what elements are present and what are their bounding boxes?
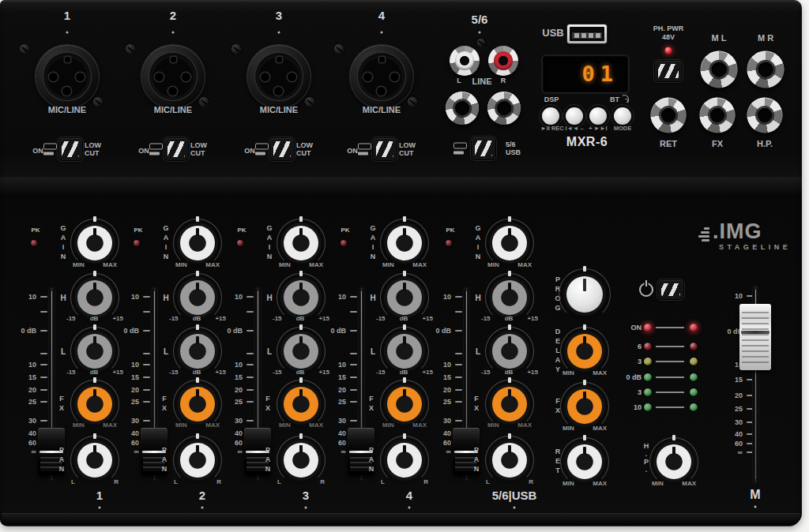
gain-knob[interactable] xyxy=(277,219,325,268)
pan-label: PAN xyxy=(264,446,272,474)
power-button[interactable] xyxy=(658,280,683,299)
high-eq-range: -15dB+15 xyxy=(66,315,123,322)
low-eq-range: -15dB+15 xyxy=(169,369,226,376)
pan-knob[interactable] xyxy=(277,436,325,485)
pan-lr: LR xyxy=(174,478,221,485)
channel-number-dot xyxy=(381,32,383,34)
high-eq-label: H xyxy=(266,294,272,302)
high-eq-label: H xyxy=(163,294,168,302)
fx-return-knob[interactable] xyxy=(560,437,609,486)
screw xyxy=(126,44,136,54)
source-switch-icon xyxy=(453,143,468,155)
low-cut-button[interactable] xyxy=(373,138,397,160)
screw xyxy=(231,44,242,54)
prev-track-button[interactable] xyxy=(566,107,583,125)
low-eq-label: L xyxy=(371,347,375,356)
next-track-button[interactable] xyxy=(589,107,607,125)
gain-knob[interactable] xyxy=(173,219,222,268)
source-select-button[interactable] xyxy=(472,137,495,159)
strip-number-dot xyxy=(408,507,411,509)
pan-knob[interactable] xyxy=(173,436,222,485)
mode-button-label: MODE xyxy=(614,126,632,132)
low-cut-button[interactable] xyxy=(164,138,188,160)
level-meter: ON630 dB310 xyxy=(616,320,709,416)
pan-label: PAN xyxy=(472,446,480,474)
fx-minmax: MINMAX xyxy=(279,421,323,429)
meter-led xyxy=(644,324,652,332)
gain-knob[interactable] xyxy=(70,219,119,268)
low-cut-button[interactable] xyxy=(270,138,294,160)
pan-lr: LR xyxy=(71,478,119,485)
mic-input-channel: 2 MIC/LINE ON LOW CUT xyxy=(118,6,228,174)
master-fader-cap[interactable] xyxy=(739,304,771,370)
delay-minmax: MINMAX xyxy=(563,369,607,377)
meter-row-label: 3 xyxy=(616,358,642,365)
fx-minmax: MINMAX xyxy=(73,421,117,429)
meter-led-link-line xyxy=(656,406,684,408)
low-eq-range: -15dB+15 xyxy=(273,369,329,376)
delay-knob[interactable] xyxy=(560,327,609,376)
fx-minmax: MINMAX xyxy=(175,421,220,429)
meter-led xyxy=(644,388,652,396)
rca-right-jack xyxy=(488,46,518,76)
meter-led xyxy=(690,403,698,411)
pan-label: PAN xyxy=(58,446,66,474)
line-jack-left xyxy=(446,92,479,125)
headphone-jack xyxy=(747,98,783,133)
gain-minmax: MINMAX xyxy=(487,261,532,268)
prog-knob[interactable] xyxy=(559,268,611,320)
headphone-knob[interactable] xyxy=(649,437,698,486)
meter-row-label: 0 dB xyxy=(616,373,642,381)
mic-line-label: MIC/LINE xyxy=(48,105,86,114)
strip-number-dot xyxy=(305,507,307,509)
meter-row-label: 10 xyxy=(616,403,642,411)
return-jack xyxy=(651,98,687,133)
mixer-panel: 1 MIC/LINE ON LOW CUT 2 MIC/LINE ON LOW xyxy=(0,0,802,526)
low-cut-label-2: CUT xyxy=(85,150,100,158)
rec-button[interactable] xyxy=(542,107,559,125)
gain-minmax: MINMAX xyxy=(175,261,220,268)
pan-knob[interactable] xyxy=(485,436,534,485)
phantom-label-1: PH. PWR xyxy=(653,25,684,33)
gain-label: GAIN xyxy=(369,224,377,262)
low-eq-label: L xyxy=(267,347,272,356)
low-cut-label-2: CUT xyxy=(190,150,205,158)
phantom-switch-button[interactable] xyxy=(655,61,682,81)
main-left-label: M L xyxy=(712,33,727,43)
pan-knob[interactable] xyxy=(70,436,119,485)
screw xyxy=(199,97,209,107)
high-eq-range: -15dB+15 xyxy=(376,315,433,322)
line-jack-right xyxy=(487,92,521,125)
meter-led xyxy=(644,358,652,365)
low-cut-label-2: CUT xyxy=(399,150,414,158)
pan-knob[interactable] xyxy=(380,436,429,485)
bt-label: BT xyxy=(610,96,619,104)
return-jack-label: RET xyxy=(660,139,677,148)
low-eq-range: -15dB+15 xyxy=(66,369,123,376)
mode-button[interactable] xyxy=(614,107,631,125)
low-cut-button[interactable] xyxy=(58,138,82,160)
panel-ridge xyxy=(0,177,802,197)
gain-label: GAIN xyxy=(265,224,273,262)
headphone-jack-label: H.P. xyxy=(757,139,773,148)
master-fader: 100 dB10152025304060∞ M xyxy=(719,280,806,517)
fx-send-knob[interactable] xyxy=(560,382,609,431)
prev-button-label: I◄◄ – xyxy=(565,126,583,132)
fx-label: FX xyxy=(58,395,66,414)
gain-label: GAIN xyxy=(162,224,170,262)
meter-led xyxy=(690,324,698,332)
master-label: M xyxy=(750,488,760,502)
screw xyxy=(20,44,30,54)
mic-line-label: MIC/LINE xyxy=(260,105,298,114)
phantom-label-2: 48V xyxy=(662,34,675,42)
meter-led-link-line xyxy=(656,377,684,378)
meter-row-label: 3 xyxy=(616,388,642,396)
gain-knob[interactable] xyxy=(485,219,534,268)
meter-led xyxy=(690,358,698,365)
combo-jack xyxy=(141,45,205,108)
strip-number: 1 xyxy=(96,489,103,503)
on-label: ON xyxy=(32,148,43,155)
source-switch-label-2: USB xyxy=(506,149,521,157)
strip-number: 4 xyxy=(406,489,412,503)
gain-knob[interactable] xyxy=(380,219,429,268)
